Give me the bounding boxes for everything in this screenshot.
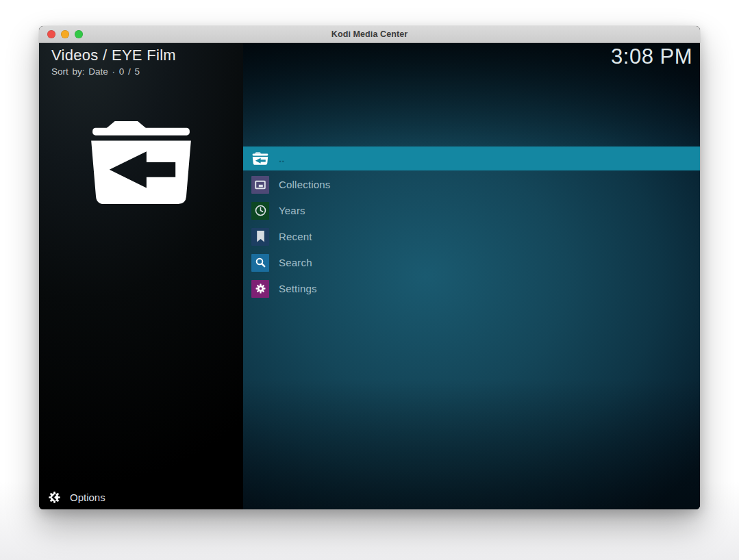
search-icon (251, 254, 269, 272)
list-item-settings[interactable]: Settings (243, 277, 700, 301)
options-gear-icon (48, 491, 61, 504)
list-item-parent-folder[interactable]: .. (243, 147, 700, 170)
list-item-label: Collections (279, 179, 331, 190)
clock: 3:08 PM (611, 44, 692, 69)
clock-icon (251, 202, 269, 220)
close-window-button[interactable] (47, 30, 55, 38)
list-item-label: .. (279, 153, 285, 164)
window-titlebar[interactable]: Kodi Media Center (39, 26, 700, 43)
list-item-label: Recent (279, 231, 312, 242)
list-item-collections[interactable]: Collections (243, 173, 700, 196)
desktop-background: Kodi Media Center Videos / EYE Film Sort… (0, 0, 739, 560)
options-label: Options (70, 492, 105, 503)
window-title: Kodi Media Center (39, 26, 700, 42)
breadcrumb: Videos / EYE Film (51, 47, 234, 64)
main-panel: 3:08 PM ..CollectionsYearsRecentSearchSe… (243, 43, 700, 509)
list-item-recent[interactable]: Recent (243, 225, 700, 249)
list-item-search[interactable]: Search (243, 251, 700, 275)
menu-list: ..CollectionsYearsRecentSearchSettings (243, 147, 700, 303)
folder-back-icon (251, 150, 269, 168)
list-item-label: Settings (279, 283, 317, 294)
bookmark-icon (251, 228, 269, 246)
zoom-window-button[interactable] (75, 30, 83, 38)
gear-icon (251, 280, 269, 298)
options-button[interactable]: Options (48, 491, 105, 504)
list-item-label: Search (279, 257, 312, 268)
list-item-label: Years (279, 205, 305, 216)
folder-back-icon (87, 120, 195, 205)
sort-status: Sort by: Date · 0 / 5 (51, 66, 234, 77)
sidebar-header: Videos / EYE Film Sort by: Date · 0 / 5 (39, 43, 243, 77)
collections-icon (251, 176, 269, 194)
window-content: Videos / EYE Film Sort by: Date · 0 / 5 (39, 43, 700, 509)
traffic-lights (47, 26, 83, 42)
list-item-years[interactable]: Years (243, 199, 700, 222)
kodi-window: Kodi Media Center Videos / EYE Film Sort… (39, 26, 700, 509)
minimize-window-button[interactable] (61, 30, 69, 38)
sidebar: Videos / EYE Film Sort by: Date · 0 / 5 (39, 43, 243, 509)
